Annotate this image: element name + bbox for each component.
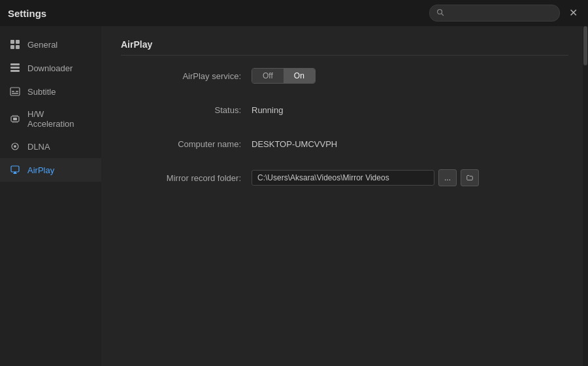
browse-dots-button[interactable]: ... (438, 169, 457, 186)
sidebar-item-subtitle[interactable]: Subtitle (0, 80, 101, 103)
svg-rect-23 (11, 166, 19, 172)
main-layout: General Downloader Subtit (0, 26, 588, 366)
download-icon (9, 62, 21, 74)
computer-name-row: Computer name: DESKTOP-UMCVVPH (121, 134, 568, 154)
svg-rect-2 (10, 40, 14, 44)
search-bar[interactable] (429, 5, 560, 22)
window-scrollbar (583, 26, 588, 366)
close-button[interactable]: ✕ (566, 7, 580, 20)
svg-rect-5 (16, 45, 20, 49)
status-value: Running (252, 105, 283, 115)
sidebar-item-dlna[interactable]: DLNA (0, 135, 101, 158)
sidebar-label-hw-acceleration: H/W Acceleration (27, 109, 92, 129)
hw-icon (9, 113, 21, 125)
mirror-folder-row: Mirror record folder: ... (121, 168, 568, 188)
svg-rect-11 (16, 91, 18, 92)
title-bar-right: ✕ (429, 5, 580, 22)
svg-rect-3 (16, 40, 20, 44)
sidebar-label-subtitle: Subtitle (27, 87, 56, 97)
airplay-service-row: AirPlay service: Off On (121, 66, 568, 86)
svg-line-1 (442, 14, 444, 16)
svg-rect-12 (12, 93, 18, 94)
svg-rect-6 (10, 63, 20, 65)
svg-rect-4 (10, 45, 14, 49)
sidebar-item-airplay[interactable]: AirPlay (0, 158, 101, 182)
airplay-service-label: AirPlay service: (121, 71, 252, 81)
sidebar-label-general: General (27, 40, 57, 50)
grid-icon (9, 39, 21, 50)
svg-rect-10 (12, 91, 14, 92)
toggle-off-button[interactable]: Off (252, 69, 284, 83)
computer-name-value: DESKTOP-UMCVVPH (252, 139, 337, 149)
title-bar: Settings ✕ (0, 0, 588, 26)
sidebar: General Downloader Subtit (0, 26, 101, 366)
sidebar-label-airplay: AirPlay (27, 165, 54, 175)
section-title: AirPlay (121, 39, 568, 56)
subtitle-icon (9, 86, 21, 97)
sidebar-label-downloader: Downloader (27, 63, 73, 73)
search-input[interactable] (448, 8, 553, 18)
sidebar-label-dlna: DLNA (27, 142, 50, 152)
sidebar-item-hw-acceleration[interactable]: H/W Acceleration (0, 103, 101, 135)
mirror-folder-path-row: ... (252, 169, 479, 186)
svg-rect-7 (10, 67, 20, 69)
folder-icon (466, 173, 473, 182)
status-row: Status: Running (121, 100, 568, 120)
status-label: Status: (121, 105, 252, 115)
mirror-folder-label: Mirror record folder: (121, 173, 252, 183)
search-icon (436, 7, 444, 19)
airplay-icon (9, 164, 21, 176)
sidebar-item-general[interactable]: General (0, 33, 101, 56)
airplay-service-toggle: Off On (252, 68, 316, 84)
toggle-on-button[interactable]: On (284, 69, 315, 83)
content-area: AirPlay AirPlay service: Off On Status: … (101, 26, 588, 366)
mirror-folder-input[interactable] (252, 170, 434, 186)
window-title: Settings (8, 8, 46, 19)
browse-folder-button[interactable] (461, 169, 479, 186)
dlna-icon (9, 141, 21, 152)
computer-name-label: Computer name: (121, 139, 252, 149)
svg-rect-8 (10, 70, 20, 72)
svg-point-22 (14, 145, 16, 148)
svg-rect-14 (13, 118, 17, 120)
sidebar-item-downloader[interactable]: Downloader (0, 56, 101, 80)
scrollbar-thumb[interactable] (583, 26, 587, 65)
